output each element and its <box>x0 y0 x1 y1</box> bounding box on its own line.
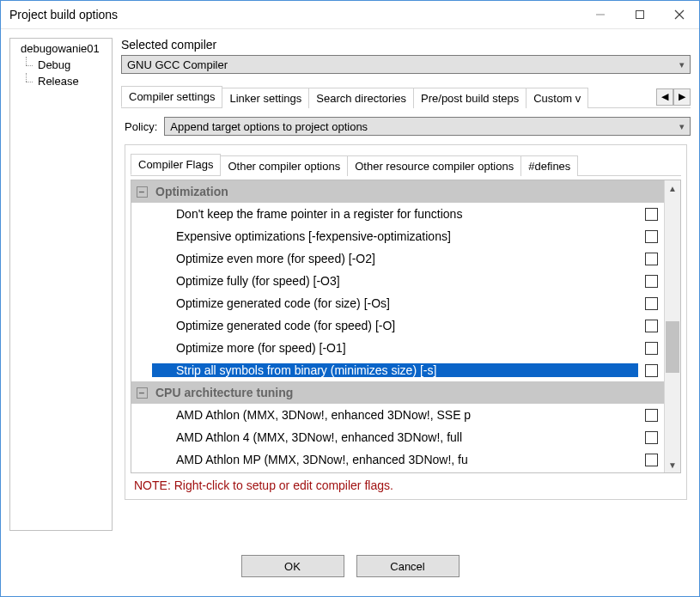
maximize-button[interactable] <box>620 1 660 28</box>
close-button[interactable] <box>660 1 699 28</box>
tab-scroll-right-button[interactable]: ▶ <box>673 88 691 106</box>
tab-scroll-buttons: ◀ ▶ <box>656 88 691 106</box>
flags-note: NOTE: Right-click to setup or edit compi… <box>134 478 678 492</box>
policy-row: Policy: Append target options to project… <box>125 117 691 136</box>
dialog-body: debugowanie01 Debug Release Selected com… <box>1 29 699 539</box>
targets-tree[interactable]: debugowanie01 Debug Release <box>9 38 113 531</box>
caret-right-icon: ▶ <box>679 91 685 102</box>
policy-dropdown[interactable]: Append target options to project options… <box>164 117 691 136</box>
svg-rect-1 <box>636 11 644 19</box>
tab-pre-post-build[interactable]: Pre/post build steps <box>413 88 527 108</box>
subtab-defines[interactable]: #defines <box>520 155 578 176</box>
scroll-down-button[interactable]: ▼ <box>665 457 680 472</box>
flag-row[interactable]: AMD Athlon (MMX, 3DNow!, enhanced 3DNow!… <box>131 404 664 426</box>
scroll-up-button[interactable]: ▲ <box>665 180 680 196</box>
scroll-track[interactable] <box>665 196 680 457</box>
flag-checkbox[interactable] <box>645 230 658 243</box>
flag-checkbox[interactable] <box>645 275 658 288</box>
flag-checkbox[interactable] <box>645 431 658 444</box>
tab-scroll-left-button[interactable]: ◀ <box>656 88 673 106</box>
group-label: CPU architecture tuning <box>152 386 638 399</box>
policy-label: Policy: <box>125 120 157 133</box>
flag-row[interactable]: AMD Athlon MP (MMX, 3DNow!, enhanced 3DN… <box>131 448 664 471</box>
dialog-buttons: OK Cancel <box>1 539 699 596</box>
minimize-button[interactable] <box>581 1 620 28</box>
collapse-toggle[interactable]: − <box>131 186 152 198</box>
tree-item-root[interactable]: debugowanie01 <box>10 40 112 57</box>
flag-row[interactable]: Optimize generated code (for size) [-Os] <box>131 292 664 314</box>
flag-checkbox[interactable] <box>645 364 658 377</box>
window-title: Project build options <box>9 8 118 21</box>
subtab-compiler-flags[interactable]: Compiler Flags <box>131 154 221 175</box>
caret-down-icon: ▼ <box>668 460 677 470</box>
policy-value: Append target options to project options <box>170 120 368 133</box>
flag-row[interactable]: Optimize fully (for speed) [-O3] <box>131 270 664 292</box>
tree-item-release[interactable]: Release <box>10 73 112 89</box>
flag-row[interactable]: Optimize generated code (for speed) [-O] <box>131 314 664 337</box>
caret-up-icon: ▲ <box>668 184 677 193</box>
subtab-other-compiler-options[interactable]: Other compiler options <box>220 155 348 176</box>
selected-compiler-value: GNU GCC Compiler <box>127 58 228 71</box>
maximize-icon <box>635 9 645 20</box>
flag-row[interactable]: Don't keep the frame pointer in a regist… <box>131 203 664 225</box>
flag-checkbox[interactable] <box>645 320 658 332</box>
minus-icon: − <box>137 387 148 399</box>
main-tab-row: Compiler settings Linker settings Search… <box>121 86 691 108</box>
tab-custom-vars[interactable]: Custom v <box>526 88 588 108</box>
group-label: Optimization <box>152 185 638 198</box>
tab-linker-settings[interactable]: Linker settings <box>222 88 309 108</box>
flag-checkbox[interactable] <box>645 409 658 422</box>
flags-list[interactable]: − Optimization Don't keep the frame poin… <box>131 180 664 472</box>
flags-group-optimization[interactable]: − Optimization <box>131 180 664 203</box>
flags-grid: − Optimization Don't keep the frame poin… <box>131 180 681 473</box>
flag-row[interactable]: AMD Athlon 4 (MMX, 3DNow!, enhanced 3DNo… <box>131 426 664 448</box>
sub-tab-row: Compiler Flags Other compiler options Ot… <box>131 154 681 176</box>
chevron-down-icon: ▾ <box>679 59 685 70</box>
compiler-flags-panel: Compiler Flags Other compiler options Ot… <box>125 144 687 500</box>
flag-row[interactable]: Strip all symbols from binary (minimizes… <box>131 359 664 381</box>
flag-row[interactable]: Optimize even more (for speed) [-O2] <box>131 247 664 270</box>
tree-item-debug[interactable]: Debug <box>10 57 112 73</box>
tab-search-directories[interactable]: Search directories <box>308 88 414 108</box>
selected-compiler-dropdown[interactable]: GNU GCC Compiler ▾ <box>121 55 691 74</box>
flag-row[interactable]: Expensive optimizations [-fexpensive-opt… <box>131 225 664 247</box>
window-controls <box>581 1 699 28</box>
main-panel: Selected compiler GNU GCC Compiler ▾ Com… <box>121 38 691 531</box>
flag-checkbox[interactable] <box>645 297 658 310</box>
scroll-thumb[interactable] <box>666 321 679 373</box>
collapse-toggle[interactable]: − <box>131 387 152 399</box>
cancel-button[interactable]: Cancel <box>356 555 460 577</box>
flag-row[interactable]: Optimize more (for speed) [-O1] <box>131 337 664 359</box>
ok-button[interactable]: OK <box>241 555 344 577</box>
chevron-down-icon: ▾ <box>679 121 685 132</box>
subtab-other-resource-options[interactable]: Other resource compiler options <box>347 155 521 176</box>
selected-compiler-label: Selected compiler <box>121 38 691 52</box>
flag-checkbox[interactable] <box>645 208 658 221</box>
flag-checkbox[interactable] <box>645 454 658 466</box>
flag-checkbox[interactable] <box>645 253 658 265</box>
flag-checkbox[interactable] <box>645 342 658 355</box>
title-bar: Project build options <box>1 1 699 29</box>
build-options-window: Project build options debugowanie01 Debu… <box>0 0 700 597</box>
tab-compiler-settings[interactable]: Compiler settings <box>121 86 222 107</box>
minus-icon: − <box>137 186 148 198</box>
minimize-icon <box>595 9 606 20</box>
flags-group-cpu-arch[interactable]: − CPU architecture tuning <box>131 381 664 404</box>
flags-scrollbar[interactable]: ▲ ▼ <box>664 180 680 472</box>
caret-left-icon: ◀ <box>661 91 668 102</box>
close-icon <box>674 9 685 20</box>
